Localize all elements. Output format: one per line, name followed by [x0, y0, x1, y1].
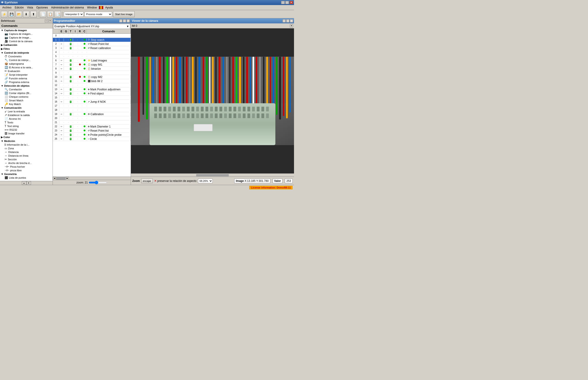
item-programa-externa[interactable]: 🔗 Programa externa	[0, 80, 53, 84]
toolbar-btn-4[interactable]: ⬇	[23, 11, 29, 18]
prog-row-16[interactable]: 16✏T↗Jump if NOK	[53, 100, 131, 104]
prog-row-8[interactable]: 8✏T📋binarize	[53, 67, 131, 71]
befehls-close-btn[interactable]: ✕	[48, 19, 52, 22]
item-script-interpreter[interactable]: 📝 Script interpreter	[0, 73, 53, 76]
item-captura-imagen1[interactable]: 📷 Captura de imágen...	[0, 32, 53, 36]
prog-row-6[interactable]: 6✏T📁Load images	[53, 58, 131, 63]
prog-editor-maximize[interactable]: □	[123, 19, 126, 22]
prog-row-20[interactable]: 20	[53, 116, 131, 120]
camera-maximize-btn[interactable]: □	[286, 19, 289, 22]
item-cheque-contorno[interactable]: ⬜ Cheque contorno	[0, 95, 53, 99]
tree-scroll-up[interactable]: ▲	[22, 181, 26, 185]
item-pinza-horver[interactable]: ⊣⊢ Pinza hor/ver	[0, 165, 53, 169]
prog-row-18[interactable]: 18	[53, 108, 131, 112]
menu-window[interactable]: Window	[86, 5, 98, 10]
prog-editor-close[interactable]: ✕	[126, 19, 130, 22]
prog-row-0[interactable]: 0	[53, 34, 131, 38]
item-image-transfer[interactable]: 🖼 Image transfer	[0, 132, 53, 135]
item-cronometro[interactable]: ⏱ Cronómetro	[0, 55, 53, 58]
camera-horiz-scroll[interactable]	[131, 173, 294, 177]
menu-opciones[interactable]: Opciones	[35, 5, 49, 10]
prog-file-selector[interactable]: Example Position Adjustment XY.ckp ▼	[53, 24, 130, 29]
prog-row-13[interactable]: 13✏T⊕Mark Position adjustmen	[53, 87, 131, 92]
item-correlacion[interactable]: 🔍 Correlación	[0, 88, 53, 91]
item-distancia-linea[interactable]: ↔ Distancia en línea	[0, 154, 53, 157]
prog-row-11[interactable]: 11✏T⬛blob IM 2	[53, 79, 131, 83]
prog-row-17[interactable]: 17	[53, 104, 131, 108]
item-smart-match[interactable]: ⬜ Smart Match	[0, 99, 53, 102]
prog-row-21[interactable]: 21	[53, 120, 131, 125]
item-acceso-varia[interactable]: 🔤 El Acceso a la varia...	[0, 66, 53, 69]
item-ancho-brecha[interactable]: ↔ Ancho de brecha d...	[0, 161, 53, 165]
item-distancia[interactable]: ↔ Distancia	[0, 150, 53, 154]
item-pinza-libre[interactable]: ⊣⊢ pinza libre	[0, 169, 53, 172]
tree-scroll-down[interactable]: ▼	[26, 181, 31, 185]
prog-horiz-scroll[interactable]: ◀ ▶	[53, 177, 131, 180]
camera-minimize-btn[interactable]: _	[283, 19, 286, 22]
prog-editor-controls[interactable]: _ □ ✕	[119, 19, 130, 22]
item-establecer-salida[interactable]: ↗ Establecer la salida	[0, 113, 53, 117]
menu-edicion[interactable]: Edición	[13, 5, 25, 10]
prog-row-15[interactable]: 15	[53, 96, 131, 100]
item-funcion-externa[interactable]: 🔗 Función externa	[0, 76, 53, 80]
item-captura-imagen2[interactable]: 📷 Captura de image...	[0, 36, 53, 39]
prog-editor-minimize[interactable]: _	[119, 19, 123, 22]
prog-row-9[interactable]: 9	[53, 71, 131, 75]
encajar-button[interactable]: encajar	[141, 179, 153, 183]
menu-archivo[interactable]: Archivo	[1, 5, 13, 10]
toolbar-btn-3[interactable]: 📂	[16, 11, 22, 18]
prog-row-5[interactable]: 5	[53, 54, 131, 58]
aspect-checkbox-container[interactable]: ✕ preservar la relación de aspecto	[154, 179, 197, 183]
toolbar-btn-2[interactable]: 💾	[8, 11, 15, 18]
process-mode-select[interactable]: Process mode	[84, 12, 112, 17]
minimize-button[interactable]: _	[281, 1, 285, 4]
camera-image-area[interactable]	[131, 28, 294, 173]
item-key-match[interactable]: 🔑 Key Match	[0, 102, 53, 106]
prog-row-10[interactable]: 10✏T📋copy IM2	[53, 75, 131, 79]
item-zona[interactable]: ▭ Zona	[0, 147, 53, 150]
item-seccion[interactable]: ✂ Sección	[0, 157, 53, 161]
camera-im-dropdown[interactable]: ▼	[290, 24, 293, 28]
prog-row-25[interactable]: 25✏T○Circle	[53, 137, 131, 141]
toolbar-btn-8[interactable]: 📑	[54, 11, 61, 18]
prog-scroll-right[interactable]: ▶	[66, 177, 69, 180]
item-subprograma[interactable]: 📦 subprograma	[0, 62, 53, 66]
toolbar-btn-1[interactable]: ⚡	[1, 11, 7, 18]
prog-row-2[interactable]: 2✏T↺Reset Point list	[53, 42, 131, 46]
prog-row-12[interactable]: 12	[53, 83, 131, 87]
close-button[interactable]: ✕	[289, 1, 293, 4]
prog-row-1[interactable]: 1✏T⏱Stop watch	[53, 38, 131, 42]
prog-row-19[interactable]: 19✏T⚙Calibration	[53, 112, 131, 116]
prog-scroll-left[interactable]: ◀	[53, 177, 56, 180]
item-lista-puntos[interactable]: ⬛ Lista de puntos	[0, 176, 53, 180]
item-texto[interactable]: T Texto	[0, 121, 53, 124]
menu-vista[interactable]: Vista	[25, 5, 34, 10]
prog-row-23[interactable]: 23✏T↺Reset Point list	[53, 129, 131, 133]
title-bar-controls[interactable]: _ □ ✕	[281, 1, 293, 4]
prog-file-dropdown-icon[interactable]: ▼	[126, 25, 129, 28]
menu-ayuda[interactable]: Ayuda	[104, 5, 114, 10]
camera-header-controls[interactable]: _ □ ✕	[283, 19, 293, 22]
item-control-interpr[interactable]: 🔧 Control de intérpr...	[0, 58, 53, 62]
prog-row-22[interactable]: 22✏T⊕Mark Diameter 1	[53, 125, 131, 129]
item-acceso-ini[interactable]: 📄 Acceso Ini	[0, 117, 53, 121]
item-leer-entrada[interactable]: ↙ Leer la entrada	[0, 110, 53, 113]
menu-admin[interactable]: Administración del sistema	[50, 5, 85, 10]
item-evaluacion[interactable]: ✏ Evaluación	[0, 69, 53, 73]
prog-row-3[interactable]: 3✏T↺Reset calibration	[53, 46, 131, 50]
camera-close-btn[interactable]: ✕	[290, 19, 293, 22]
prog-row-24[interactable]: 24✏T⊗Probe points(Circle probe	[53, 133, 131, 137]
toolbar-btn-5[interactable]: ⬆	[30, 11, 37, 18]
prog-row-14[interactable]: 14✏T⊕Find object	[53, 92, 131, 96]
prog-row-7[interactable]: 7✏T📋copy IM1	[53, 63, 131, 67]
befehls-btn-1[interactable]: □	[45, 19, 48, 22]
item-rs232[interactable]: ⟺ RS232	[0, 128, 53, 132]
prog-row-4[interactable]: 4	[53, 50, 131, 54]
maximize-button[interactable]: □	[285, 1, 289, 4]
item-contar-objetos[interactable]: 🔢 Contar objetos (Bl...	[0, 91, 53, 95]
zoom-slider[interactable]	[89, 181, 107, 184]
zoom-percent-select[interactable]: 68.26%	[198, 179, 213, 183]
toolbar-btn-7[interactable]: 📋	[47, 11, 54, 18]
item-info-imagen[interactable]: ℹ Información de la i...	[0, 143, 53, 147]
item-control-camara[interactable]: 🎥 Control de la cámara	[0, 39, 53, 43]
